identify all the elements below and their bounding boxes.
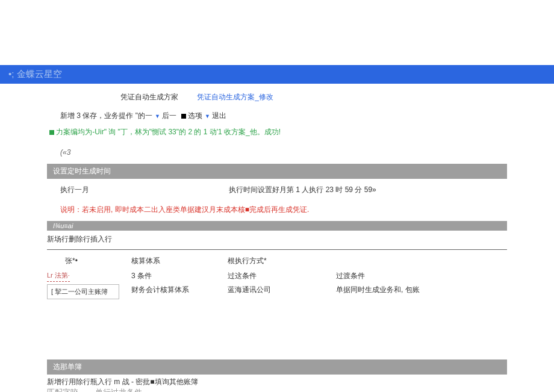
section-sub-header: I¾u≡ai (47, 221, 507, 231)
dropdown-icon[interactable]: ▼ (155, 113, 160, 119)
misc-line: («3 (0, 137, 554, 164)
cell-company: 蓝海通讯公司 (228, 285, 336, 295)
filter-cond[interactable]: 单行过龙条件 (95, 387, 142, 392)
breadcrumb-current: 凭证自动生成方家 (120, 93, 178, 101)
footer-row: 匹配字咬 单行过龙条件 (0, 387, 554, 392)
status-text: 力案编均为-Uir" 询 "丁，林为"惻试 33"的 2 的 1 动'1 收方案… (56, 128, 281, 136)
cell-pass-cond: 过这条件 (228, 271, 336, 281)
toolbar-new-save[interactable]: 新增 3 保存，业务提作 "的一 (60, 111, 152, 121)
breadcrumb-link[interactable]: 凭证自动生成方案_修改 (197, 93, 273, 101)
toolbar-exit[interactable]: 退出 (212, 111, 226, 121)
match-field[interactable]: 匹配字咬 (47, 387, 78, 392)
table: 张*• 核算体系 根执行方式* Lr 法第· [ 挈二一公司主账簿 3 条件 财… (0, 250, 554, 299)
table-head: 张*• 核算体系 根执行方式* (47, 254, 507, 271)
warning-note: 说明：若未启用, 即时成本二出入座类单据建汉月末成本核■完成后再生成凭证. (0, 200, 554, 221)
footer-actions[interactable]: 新增行用除行瓶入行 m 战 - 密批■填询其他账簿 (0, 375, 554, 387)
th-ledger: 张*• (47, 256, 131, 266)
table-row: Lr 法第· [ 挈二一公司主账簿 3 条件 财务会计核算体系 过这条件 蓝海通… (47, 271, 507, 299)
square-icon (181, 114, 186, 119)
th-exec: 根执行方式* (228, 256, 336, 266)
cell-gen-mode: 单据同时生成业务和, 包账 (336, 285, 444, 295)
breadcrumb: 凭证自动生成方家 凭证自动生成方案_修改 (0, 84, 554, 110)
section-timer-header: 设置定时生成时间 (47, 164, 507, 179)
section-select-header: 选那单簿 (47, 359, 507, 375)
cell-cond-count: 3 条件 (131, 271, 228, 281)
toolbar-next[interactable]: 后一 (162, 111, 176, 121)
cell-acct-system: 财务会计核算体系 (131, 285, 228, 295)
cell-trans-cond: 过渡条件 (336, 271, 444, 281)
toolbar-options[interactable]: 选项 (188, 111, 202, 121)
exec-month[interactable]: 执行一月 (60, 185, 229, 195)
brand-text: •; 金蝶云星空 (8, 69, 62, 79)
brand-header: •; 金蝶云星空 (0, 65, 554, 84)
status-message: 力案编均为-Uir" 询 "丁，林为"惻试 33"的 2 的 1 动'1 收方案… (0, 126, 554, 137)
status-icon (49, 130, 54, 135)
ledger-link[interactable]: Lr 法第· (47, 271, 70, 282)
exec-time[interactable]: 执行时间设置好月第 1 人执行 23 时 59 分 59» (229, 185, 507, 195)
dropdown-icon[interactable]: ▼ (205, 113, 210, 119)
company-box[interactable]: [ 挈二一公司主账簿 (47, 284, 119, 299)
toolbar: 新增 3 保存，业务提作 "的一▼ 后一 选项▼ 退出 (0, 110, 554, 126)
th-system: 核算体系 (131, 256, 228, 266)
exec-row: 执行一月 执行时间设置好月第 1 人执行 23 时 59 分 59» (60, 185, 507, 195)
row-actions[interactable]: 新场行删除行插入行 (0, 231, 554, 248)
